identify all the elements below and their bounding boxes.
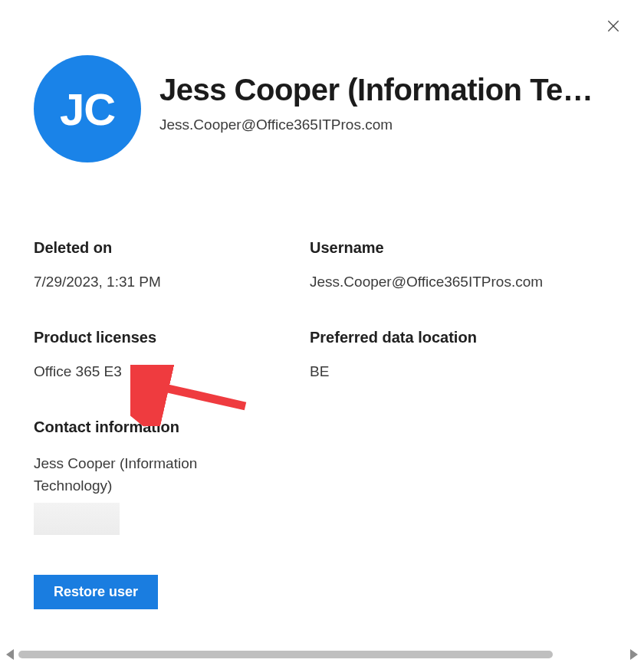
redacted-block <box>34 503 120 535</box>
field-value-username: Jess.Cooper@Office365ITPros.com <box>310 274 610 290</box>
scroll-left-icon[interactable] <box>6 649 14 660</box>
contact-section: Contact information Jess Cooper (Informa… <box>34 418 610 535</box>
avatar-initials: JC <box>60 84 115 135</box>
scroll-track[interactable] <box>18 651 626 658</box>
field-label-product-licenses: Product licenses <box>34 329 302 346</box>
user-detail-panel: JC Jess Cooper (Information Te… Jess.Coo… <box>0 0 644 625</box>
scroll-thumb[interactable] <box>18 651 553 658</box>
field-label-preferred-data-location: Preferred data location <box>310 329 610 346</box>
actions-bar: Restore user <box>34 575 610 609</box>
details-grid: Deleted on 7/29/2023, 1:31 PM Username J… <box>34 239 610 380</box>
contact-heading: Contact information <box>34 418 610 436</box>
field-product-licenses: Product licenses Office 365 E3 <box>34 329 302 380</box>
horizontal-scrollbar[interactable] <box>0 648 644 661</box>
contact-value: Jess Cooper (Information Technology) <box>34 453 248 497</box>
restore-user-button[interactable]: Restore user <box>34 575 158 609</box>
close-icon <box>606 18 621 34</box>
field-value-deleted-on: 7/29/2023, 1:31 PM <box>34 274 302 290</box>
field-label-deleted-on: Deleted on <box>34 239 302 257</box>
field-username: Username Jess.Cooper@Office365ITPros.com <box>310 239 610 290</box>
field-label-username: Username <box>310 239 610 257</box>
field-preferred-data-location: Preferred data location BE <box>310 329 610 380</box>
header-text: Jess Cooper (Information Te… Jess.Cooper… <box>159 55 610 133</box>
field-deleted-on: Deleted on 7/29/2023, 1:31 PM <box>34 239 302 290</box>
scroll-right-icon[interactable] <box>630 649 638 660</box>
user-email: Jess.Cooper@Office365ITPros.com <box>159 116 610 133</box>
field-value-product-licenses: Office 365 E3 <box>34 363 302 380</box>
avatar: JC <box>34 55 141 162</box>
field-value-preferred-data-location: BE <box>310 363 610 380</box>
close-button[interactable] <box>601 14 626 38</box>
user-display-name: Jess Cooper (Information Te… <box>159 72 610 107</box>
user-header: JC Jess Cooper (Information Te… Jess.Coo… <box>34 55 610 162</box>
